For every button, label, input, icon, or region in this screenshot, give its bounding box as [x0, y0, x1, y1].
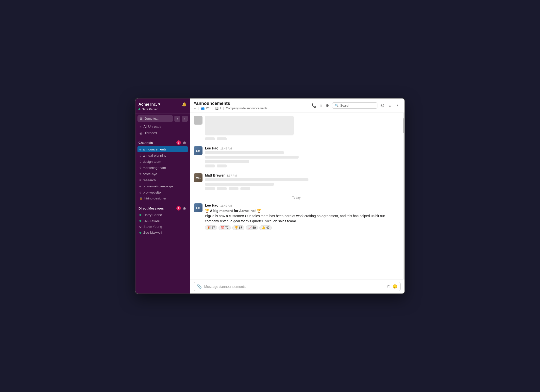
message-header-lee-2: Lee Hao 11:49 AM	[205, 203, 399, 207]
channels-controls: 1 ⊕	[176, 140, 187, 145]
star-icon[interactable]: ☆	[194, 107, 196, 110]
jump-to-bar[interactable]: ⊞ Jump to...	[137, 115, 173, 122]
channel-item-proj-email-campaign[interactable]: # proj-email-campaign	[137, 183, 188, 189]
scrollbar-thumb[interactable]	[403, 118, 404, 133]
reaction-count-1: 72	[225, 226, 228, 229]
workspace-title[interactable]: Acme Inc. ▾	[138, 102, 160, 107]
reactions-container: 🎉 87 💯 72 🏆 67	[205, 225, 399, 230]
sidebar-item-all-unreads[interactable]: ≡ All Unreads	[136, 123, 189, 130]
user-online-dot	[138, 108, 140, 110]
dm-item-zoe-maxwell[interactable]: Zoe Maxwell	[137, 230, 188, 235]
skeleton-span	[205, 137, 215, 140]
today-label: Today	[292, 196, 301, 199]
settings-button[interactable]: ⚙	[325, 102, 330, 109]
sidebar-item-threads[interactable]: ◎ Threads	[136, 130, 189, 136]
mention-button[interactable]: @	[379, 102, 385, 109]
today-divider: Today	[194, 196, 399, 199]
channel-item-proj-website[interactable]: # proj-website	[137, 189, 188, 195]
mention-input-icon[interactable]: @	[387, 284, 390, 289]
channel-hash-icon: #	[139, 172, 141, 176]
reaction-emoji-2: 🏆	[235, 226, 238, 229]
jump-to-icon: ⊞	[140, 117, 143, 120]
skeleton-row-3	[205, 187, 399, 190]
channel-hash-icon: #	[139, 178, 141, 182]
favorite-button[interactable]: ☆	[387, 102, 393, 109]
add-channel-button[interactable]: ⊕	[182, 140, 187, 145]
channel-hash-icon: #	[139, 153, 141, 157]
sidebar: Acme Inc. ▾ 🔔 Sara Parker ⊞ Jump to... ‹…	[135, 98, 190, 294]
channel-item-office-nyc[interactable]: # office-nyc	[137, 171, 188, 177]
reaction-4[interactable]: 👍 49	[259, 225, 271, 230]
channel-item-announcements[interactable]: # announcements	[137, 146, 188, 152]
channel-hash-icon: #	[139, 160, 141, 163]
all-unreads-icon: ≡	[139, 125, 141, 129]
search-input[interactable]	[340, 104, 375, 107]
vertical-scrollbar[interactable]	[403, 113, 405, 279]
channel-header-left: #announcements ☆ | 👥 125 | 🎧 1 | Company…	[194, 101, 268, 110]
message-text-line2: BigCo is now a customer! Our sales team …	[205, 213, 399, 224]
app-container: Acme Inc. ▾ 🔔 Sara Parker ⊞ Jump to... ‹…	[135, 98, 405, 294]
dm-badge: 2	[176, 206, 181, 211]
channel-item-design-team[interactable]: # design-team	[137, 159, 188, 164]
channel-item-research[interactable]: # research	[137, 177, 188, 183]
members-count: 👥 125	[201, 107, 210, 110]
attach-button[interactable]: 📎	[197, 284, 202, 289]
info-button[interactable]: ℹ	[319, 102, 323, 109]
message-input-box: 📎 @ 🙂	[194, 282, 401, 291]
skeleton-span	[205, 187, 215, 190]
all-unreads-label: All Unreads	[143, 125, 161, 129]
emoji-input-icon[interactable]: 🙂	[392, 284, 397, 289]
dm-label: Direct Messages	[138, 207, 164, 210]
search-icon: 🔍	[335, 104, 339, 107]
message-input[interactable]	[204, 285, 384, 289]
steve-offline-dot	[139, 226, 141, 228]
main-content: #announcements ☆ | 👥 125 | 🎧 1 | Company…	[190, 98, 405, 294]
skeleton-span	[217, 137, 227, 140]
channel-item-marketing-team[interactable]: # marketing-team	[137, 165, 188, 171]
add-dm-button[interactable]: ⊕	[182, 206, 187, 211]
channel-name-announcements: announcements	[143, 147, 167, 151]
dm-item-liza-dawson[interactable]: Liza Dawson	[137, 218, 188, 224]
workspace-label: Acme Inc.	[138, 102, 157, 107]
lock-icon: 🔒	[139, 197, 143, 200]
skeleton-group-1	[194, 116, 399, 142]
message-header-lee-1: Lee Hao 11:49 AM	[205, 146, 399, 150]
threads-icon: ◎	[139, 131, 142, 135]
liza-online-dot	[139, 220, 141, 222]
call-button[interactable]: 📞	[310, 102, 317, 109]
message-text-line1: 🏆 A big moment for Acme Inc! 🏆	[205, 208, 399, 213]
reaction-count-0: 87	[212, 226, 215, 229]
skeleton-image-block	[205, 116, 294, 135]
sender-lee-1: Lee Hao	[205, 146, 218, 150]
channel-header-right: 📞 ℹ ⚙ 🔍 @ ☆ ⋮	[310, 102, 401, 109]
dm-item-steve-young[interactable]: Steve Young	[137, 224, 188, 229]
channel-hash-icon: #	[139, 184, 141, 188]
skeleton-span	[217, 164, 227, 167]
channel-item-hiring-designer[interactable]: 🔒 hiring-designer	[137, 196, 188, 201]
bell-icon[interactable]: 🔔	[182, 102, 187, 107]
sidebar-header: Acme Inc. ▾ 🔔 Sara Parker	[135, 98, 190, 114]
reaction-count-2: 67	[239, 226, 242, 229]
channel-item-annual-planning[interactable]: # annual-planning	[137, 152, 188, 158]
skeleton-span	[229, 187, 238, 190]
zoe-online-dot	[139, 232, 141, 234]
channels-badge: 1	[176, 140, 181, 145]
message-header-matt: Matt Brewer 1:37 PM	[205, 173, 399, 177]
channel-hash-icon: #	[139, 190, 141, 194]
channel-name-research: research	[143, 178, 156, 182]
reaction-0[interactable]: 🎉 87	[205, 225, 217, 230]
skeleton-line	[205, 178, 308, 181]
timestamp-lee-2: 11:49 AM	[220, 204, 232, 207]
reaction-3[interactable]: 📈 50	[246, 225, 258, 230]
nav-back-button[interactable]: ‹	[174, 116, 180, 122]
reaction-1[interactable]: 💯 72	[219, 225, 231, 230]
more-button[interactable]: ⋮	[395, 102, 401, 109]
reaction-2[interactable]: 🏆 67	[232, 225, 244, 230]
user-status: Sara Parker	[138, 108, 187, 111]
avatar-lee-1: LH	[194, 146, 202, 155]
harry-online-dot	[139, 214, 141, 216]
jump-to-label: Jump to...	[145, 117, 159, 120]
channel-meta: ☆ | 👥 125 | 🎧 1 | Company-wide announcem…	[194, 107, 268, 110]
nav-forward-button[interactable]: ›	[182, 116, 188, 122]
dm-item-harry-boone[interactable]: Harry Boone	[137, 212, 188, 218]
